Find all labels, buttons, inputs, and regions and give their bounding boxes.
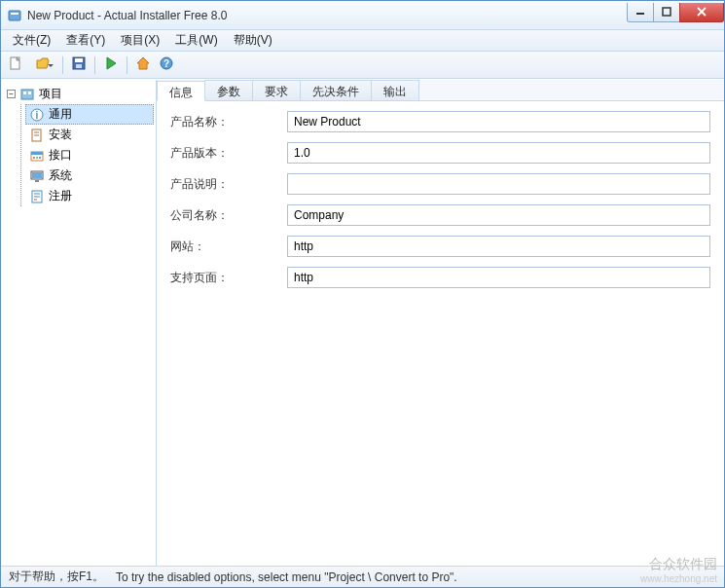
svg-point-24 [39, 157, 41, 159]
save-button[interactable] [68, 55, 90, 76]
tab-output[interactable]: 输出 [371, 80, 419, 100]
project-icon [19, 87, 35, 102]
statusbar: 对于帮助，按F1。 To try the disabled options, s… [1, 566, 724, 587]
svg-point-22 [33, 157, 35, 159]
toolbar: ? [1, 52, 724, 79]
status-help: 对于帮助，按F1。 [9, 569, 104, 585]
sidebar-item-interface[interactable]: 接口 [25, 145, 154, 165]
svg-rect-14 [28, 92, 31, 94]
main-panel: 信息 参数 要求 先决条件 输出 产品名称： 产品版本： 产品说明： [157, 80, 724, 566]
status-tip: To try the disabled options, select menu… [116, 570, 457, 584]
tab-info[interactable]: 信息 [157, 81, 205, 101]
help-icon: ? [159, 55, 174, 74]
svg-rect-0 [9, 11, 20, 20]
input-product-name[interactable] [287, 111, 710, 132]
svg-rect-27 [35, 180, 39, 182]
svg-rect-26 [32, 172, 42, 178]
app-icon [7, 8, 22, 23]
input-product-version[interactable] [287, 142, 710, 164]
sidebar-item-label: 安装 [49, 127, 72, 143]
svg-rect-8 [75, 58, 83, 62]
sidebar-item-general[interactable]: i 通用 [25, 104, 154, 125]
sidebar-item-system[interactable]: 系统 [25, 165, 154, 186]
tab-bar: 信息 参数 要求 先决条件 输出 [157, 80, 724, 101]
folder-open-icon [35, 55, 51, 74]
input-support[interactable] [287, 267, 710, 288]
tree-root-project[interactable]: − 项目 [3, 84, 154, 104]
label-product-name: 产品名称： [170, 114, 287, 130]
menu-file[interactable]: 文件(Z) [5, 30, 58, 51]
menu-help[interactable]: 帮助(V) [226, 30, 280, 51]
new-file-icon [8, 55, 23, 74]
tree-root-label: 项目 [39, 86, 62, 102]
tab-prereq[interactable]: 先决条件 [300, 80, 372, 100]
sidebar-item-label: 接口 [49, 147, 72, 164]
input-website[interactable] [287, 236, 710, 257]
form-icon [29, 189, 45, 204]
input-company[interactable] [287, 204, 710, 226]
close-button[interactable] [679, 3, 724, 22]
maximize-button[interactable] [653, 3, 680, 22]
collapse-icon[interactable]: − [7, 90, 16, 98]
sidebar-item-label: 注册 [49, 188, 72, 204]
menu-project[interactable]: 项目(X) [113, 30, 167, 51]
run-button[interactable] [100, 55, 122, 76]
toolbar-separator [127, 56, 127, 74]
sidebar-item-install[interactable]: 安装 [25, 125, 154, 145]
svg-rect-1 [11, 13, 18, 15]
menubar: 文件(Z) 查看(Y) 项目(X) 工具(W) 帮助(V) [1, 30, 724, 52]
home-icon [135, 55, 151, 74]
svg-rect-9 [76, 64, 82, 68]
svg-text:?: ? [163, 58, 169, 69]
grid-icon [29, 148, 45, 164]
label-product-version: 产品版本： [170, 145, 287, 162]
toolbar-separator [62, 56, 63, 74]
monitor-icon [29, 168, 45, 184]
svg-point-23 [36, 157, 38, 159]
help-button[interactable]: ? [156, 55, 177, 76]
new-button[interactable] [5, 55, 26, 76]
input-product-desc[interactable] [287, 173, 710, 195]
info-icon: i [29, 107, 45, 123]
play-icon [103, 55, 119, 74]
label-product-desc: 产品说明： [170, 176, 287, 193]
menu-tools[interactable]: 工具(W) [167, 30, 225, 51]
svg-rect-13 [23, 92, 26, 94]
minimize-button[interactable] [627, 3, 654, 22]
sidebar-item-register[interactable]: 注册 [25, 186, 154, 206]
sidebar-item-label: 通用 [49, 106, 72, 123]
sidebar: − 项目 i 通用 安装 接口 系统 [1, 80, 157, 566]
titlebar: New Product - Actual Installer Free 8.0 [1, 1, 724, 30]
label-company: 公司名称： [170, 207, 287, 224]
open-button[interactable] [28, 55, 57, 76]
page-icon [29, 128, 45, 143]
window-title: New Product - Actual Installer Free 8.0 [27, 9, 628, 22]
svg-text:i: i [36, 110, 39, 121]
label-website: 网站： [170, 239, 287, 255]
home-button[interactable] [132, 55, 154, 76]
svg-rect-3 [663, 8, 671, 16]
svg-rect-21 [31, 152, 43, 155]
menu-view[interactable]: 查看(Y) [58, 30, 113, 51]
form-info: 产品名称： 产品版本： 产品说明： 公司名称： 网站： [157, 101, 724, 308]
toolbar-separator [94, 56, 95, 74]
save-icon [71, 55, 87, 74]
svg-rect-12 [21, 90, 33, 99]
tab-params[interactable]: 参数 [204, 80, 253, 100]
label-support: 支持页面： [170, 270, 287, 286]
sidebar-item-label: 系统 [49, 167, 72, 184]
tab-require[interactable]: 要求 [252, 80, 301, 100]
